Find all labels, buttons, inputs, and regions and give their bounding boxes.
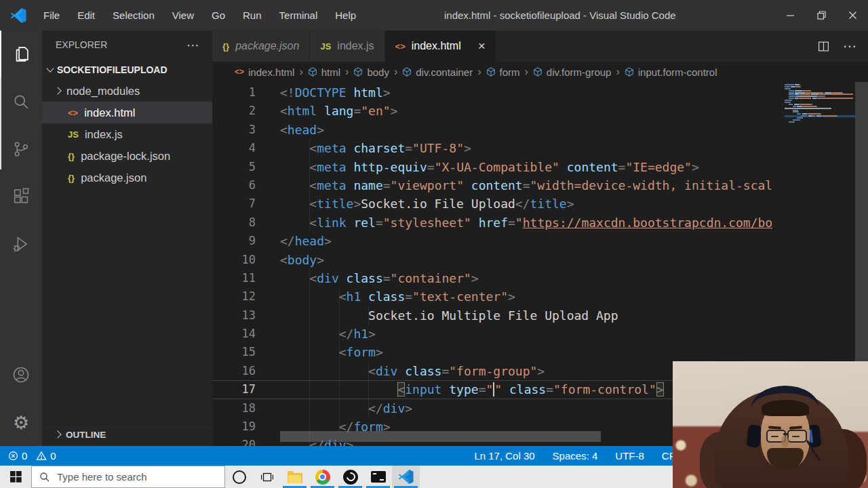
explorer-icon[interactable] [0,30,42,78]
code-line-11[interactable]: 11 <div class="container"> [212,269,783,287]
menu-file[interactable]: File [35,0,68,30]
minimize-icon[interactable] [774,0,806,30]
code-token: > [508,289,515,304]
task-view-icon[interactable] [253,466,281,488]
code-token: charset [353,141,405,155]
code-line-13[interactable]: 13 Socket.io Multiple File Upload App [212,306,783,325]
code-line-5[interactable]: 5 <meta http-equiv="X-UA-Compatible" con… [212,158,783,176]
code-token [397,364,405,378]
breadcrumb-item-input.form-control[interactable]: input.form-control [625,66,717,78]
menubar: FileEditSelectionViewGoRunTerminalHelp [35,0,365,30]
account-icon[interactable] [0,351,42,399]
tab-package.json[interactable]: {}package.json [212,30,310,62]
terminal-icon[interactable] [364,466,392,488]
search-icon[interactable] [0,78,42,125]
menu-selection[interactable]: Selection [104,0,163,30]
breadcrumb-item-body[interactable]: body [353,66,389,78]
status-spaces-4[interactable]: Spaces: 4 [553,450,598,462]
minimap-token [785,106,793,107]
status-ln-17-col-30[interactable]: Ln 17, Col 30 [474,450,534,462]
code-line-10[interactable]: 10<body> [212,251,783,269]
cortana-icon[interactable] [225,466,253,488]
run-debug-icon[interactable] [0,220,42,268]
chevron-right-icon [54,87,61,94]
settings-gear-icon[interactable]: ⚙ [0,399,42,446]
sidebar-item-package.json[interactable]: {}package.json [42,167,212,188]
problems-status[interactable]: 0 0 [0,450,62,462]
close-window-icon[interactable] [837,0,868,30]
code-line-8[interactable]: 8 <link rel="stylesheet" href="https://m… [212,214,783,232]
indent-guide [309,343,310,361]
tab-index.js[interactable]: JSindex.js [310,30,384,62]
restore-icon[interactable] [806,0,837,30]
code-token: class [509,382,546,396]
more-actions-icon[interactable]: ⋯ [843,38,857,54]
window-controls [774,0,868,30]
sidebar-item-index.html[interactable]: <>index.html [42,102,212,123]
code-line-14[interactable]: 14 </h1> [212,325,783,343]
code-token: > [317,253,324,267]
code-token: Socket.io File Upload [361,197,515,211]
code-token: </ [339,327,354,341]
breadcrumb-item-div.container[interactable]: div.container [402,66,473,78]
more-actions-icon[interactable]: ⋯ [186,37,200,53]
sidebar-item-node_modules[interactable]: node_modules [42,80,212,102]
file-explorer-icon[interactable] [281,466,309,488]
tab-index.html[interactable]: <>index.html× [385,30,496,62]
headphone-band [751,386,819,431]
tabs: {}package.jsonJSindex.js<>index.html× [212,30,496,62]
code-line-7[interactable]: 7 <title>Socket.io File Upload</title> [212,195,783,213]
sidebar-item-index.js[interactable]: JSindex.js [42,123,212,145]
horizontal-scrollbar[interactable] [280,431,601,442]
extensions-icon[interactable] [0,173,42,220]
sidebar-item-package-lock.json[interactable]: {}package-lock.json [42,145,212,167]
indent-guide [309,381,310,398]
split-editor-icon[interactable] [818,41,829,52]
code-line-12[interactable]: 12 <h1 class="text-center"> [212,287,783,306]
menu-terminal[interactable]: Terminal [271,0,327,30]
minimap-token [819,96,825,97]
start-button-icon[interactable] [0,466,31,488]
menu-view[interactable]: View [163,0,203,30]
indent-guide [339,399,340,418]
breadcrumb-item-index.html[interactable]: <>index.html [235,66,294,78]
menu-run[interactable]: Run [234,0,271,30]
breadcrumb-item-html[interactable]: html [308,66,340,78]
source-control-icon[interactable] [0,125,42,173]
indent-guide [309,269,310,287]
code-token: < [339,289,347,304]
sidebar-item-outline[interactable]: OUTLINE [42,424,225,445]
code-token: "container" [391,271,471,285]
menu-go[interactable]: Go [203,0,234,30]
close-icon[interactable]: × [478,39,486,54]
menu-help[interactable]: Help [326,0,365,30]
chrome-icon[interactable] [309,466,336,488]
code-token: "viewport" [391,178,464,192]
code-token: = [546,382,553,396]
breadcrumb-item-form[interactable]: form [486,66,520,78]
explorer-sidebar: EXPLORER ⋯ SOCKETIOFILEUPLOAD node_modul… [42,30,212,446]
minimap-token [785,115,801,117]
breadcrumb-label: div.form-group [547,66,612,78]
code-line-4[interactable]: 4 <meta charset="UTF-8"> [212,139,783,157]
code-token: </ [368,401,383,415]
tab-actions: ⋯ [818,30,857,62]
menu-edit[interactable]: Edit [68,0,104,30]
code-token: > [464,141,471,155]
error-count: 0 [22,450,27,462]
code-line-2[interactable]: 2<html lang="en"> [212,102,783,120]
code-line-6[interactable]: 6 <meta name="viewport" content="width=d… [212,176,783,195]
vscode-taskbar-icon[interactable] [392,466,420,488]
breadcrumb-item-div.form-group[interactable]: div.form-group [533,66,612,78]
sidebar-item-root-folder[interactable]: SOCKETIOFILEUPLOAD [42,59,212,80]
code-line-1[interactable]: 1<!DOCTYPE html> [212,83,783,102]
taskbar-search-input[interactable]: Type here to search [31,466,225,488]
code-line-9[interactable]: 9</head> [212,232,783,250]
line-number: 15 [212,343,256,361]
file-label: package-lock.json [81,150,170,163]
code-line-3[interactable]: 3<head> [212,121,783,139]
status-utf-8[interactable]: UTF-8 [615,450,644,462]
code-line-15[interactable]: 15 <form> [212,343,783,361]
minimap[interactable] [785,84,855,123]
obs-icon[interactable] [336,466,364,488]
